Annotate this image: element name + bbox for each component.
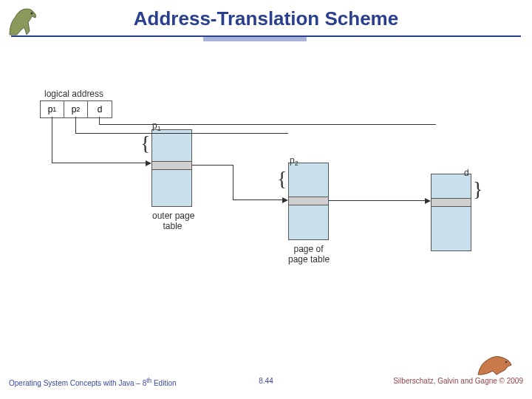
address-translation-diagram: logical address p1 p2 d { p1 outer page … bbox=[30, 89, 502, 325]
slide-footer: Operating System Concepts with Java – 8t… bbox=[0, 377, 532, 392]
brace-p1-label: p1 bbox=[152, 120, 161, 132]
physical-frame bbox=[431, 174, 471, 251]
outer-page-table-label: outer page table bbox=[152, 211, 193, 231]
arrow-into-frame bbox=[425, 198, 431, 204]
line-pageof-right bbox=[329, 200, 425, 201]
brace-p1: { bbox=[140, 133, 150, 154]
arrow-into-pageof bbox=[282, 197, 288, 203]
slide-header: Address-Translation Scheme bbox=[0, 0, 532, 44]
addr-cell-p1: p1 bbox=[41, 101, 64, 117]
line-p2-down bbox=[75, 117, 76, 133]
addr-cell-d: d bbox=[88, 101, 112, 117]
page-of-page-table bbox=[288, 163, 329, 240]
line-outer-down bbox=[233, 165, 233, 200]
logical-address-box: p1 p2 d bbox=[40, 100, 112, 118]
line-p2-right bbox=[75, 133, 288, 134]
line-outer-right2 bbox=[233, 200, 282, 200]
brace-d: } bbox=[473, 179, 482, 200]
brace-p2: { bbox=[277, 168, 287, 189]
brace-p2-label: p2 bbox=[290, 155, 299, 167]
arrow-into-outer bbox=[146, 160, 151, 166]
line-d-down bbox=[99, 117, 100, 124]
line-p1-right bbox=[52, 163, 146, 163]
frame-slot bbox=[432, 198, 471, 207]
brace-d-label: d bbox=[464, 168, 469, 178]
pageof-slot bbox=[289, 197, 328, 205]
outer-slot bbox=[152, 161, 191, 170]
line-outer-right bbox=[192, 165, 233, 166]
page-of-page-table-label: page of page table bbox=[288, 244, 329, 265]
slide-title: Address-Translation Scheme bbox=[0, 7, 532, 30]
line-p1-down bbox=[52, 117, 52, 163]
dinosaur-icon bbox=[474, 349, 519, 378]
header-rule-accent bbox=[203, 37, 307, 41]
addr-cell-p2: p2 bbox=[64, 101, 88, 117]
footer-copyright: Silberschatz, Galvin and Gagne © 2009 bbox=[393, 377, 523, 385]
outer-page-table bbox=[151, 129, 192, 207]
line-d-right bbox=[99, 124, 436, 125]
logical-address-label: logical address bbox=[44, 89, 103, 99]
svg-point-1 bbox=[505, 361, 507, 363]
